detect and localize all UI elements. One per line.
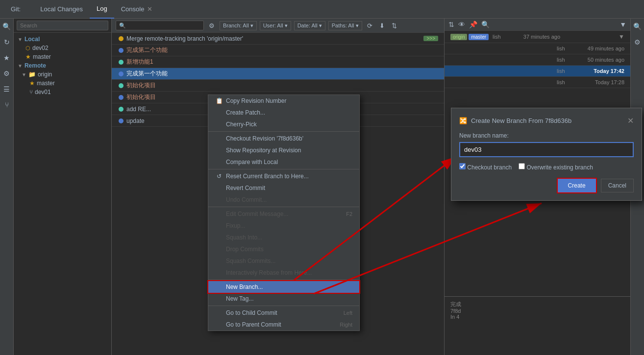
ctx-cherry-pick[interactable]: Cherry-Pick (208, 118, 359, 130)
ctx-new-tag[interactable]: New Tag... (208, 293, 359, 305)
tab-console[interactable]: Console ✕ (114, 0, 160, 19)
fork-icon: ⑂ (29, 89, 33, 95)
remote-section-label: Remote (25, 62, 46, 69)
master-local-label: master (33, 53, 51, 60)
graph-dot (116, 95, 126, 100)
checkout-checkbox[interactable] (459, 163, 466, 169)
tab-local-changes[interactable]: Local Changes (33, 0, 90, 19)
ctx-copy-revision[interactable]: 📋 Copy Revision Number (208, 95, 359, 107)
ctx-go-parent[interactable]: Go to Parent Commit Right (208, 319, 359, 331)
right-toolbar: ⇅ 👁 📌 🔍 ▼ (445, 19, 630, 31)
dev01-label: dev01 (35, 89, 51, 95)
branch-name-input[interactable] (464, 146, 629, 153)
cancel-button[interactable]: Cancel (601, 179, 634, 192)
log-msg: 完成第一个功能 (126, 70, 440, 78)
dialog-close-button[interactable]: ✕ (627, 116, 634, 125)
right-search-icon[interactable]: 🔍 (632, 21, 644, 32)
settings-icon[interactable]: ⚙ (1, 68, 13, 79)
ctx-create-patch[interactable]: Create Patch... (208, 107, 359, 118)
checkout-option[interactable]: Checkout branch (459, 163, 512, 171)
ctx-checkout-revision[interactable]: Checkout Revision '7f8d636b' (208, 133, 359, 144)
log-msg: 新增功能1 (126, 58, 440, 66)
ctx-squash-into: Squash Into... (208, 232, 359, 243)
ctx-new-branch[interactable]: New Branch... (208, 281, 359, 293)
log-tag: >>> (423, 36, 438, 41)
ctx-reset-branch[interactable]: ↺ Reset Current Branch to Here... (208, 170, 359, 182)
remote-section[interactable]: ▼ Remote (14, 61, 111, 70)
fetch-btn[interactable]: ⬇ (377, 21, 387, 30)
star-icon[interactable]: ★ (1, 52, 13, 64)
log-row[interactable]: 完成第二个功能 (112, 45, 444, 56)
dialog-icon: 🔀 (459, 117, 467, 124)
graph-dot (116, 83, 126, 88)
log-search-input[interactable] (116, 21, 204, 30)
local-section[interactable]: ▼ Local (14, 35, 111, 44)
expand-right-btn[interactable]: ▼ (619, 21, 626, 28)
local-section-label: Local (25, 36, 40, 43)
refresh-btn[interactable]: ⟳ (365, 21, 374, 30)
commit-author: lish (493, 34, 512, 40)
create-button[interactable]: Create (558, 179, 596, 192)
filter-user[interactable]: User: All ▾ (260, 21, 291, 30)
remote-expand-arrow: ▼ (18, 63, 23, 69)
merge-btn[interactable]: ⇅ (390, 21, 399, 30)
log-msg: 初始化项目 (126, 81, 440, 90)
dev02-label: dev02 (32, 45, 49, 51)
refresh-icon[interactable]: ↻ (1, 36, 13, 48)
tag-icon: ⬡ (25, 45, 30, 51)
overwrite-option[interactable]: Overwrite existing branch (519, 163, 593, 171)
log-row[interactable]: Merge remote-tracking branch 'origin/mas… (112, 33, 444, 45)
ctx-drop-commits: Drop Commits (208, 243, 359, 255)
ctx-show-repo[interactable]: Show Repository at Revision (208, 144, 359, 156)
log-row[interactable]: 新增功能1 (112, 56, 444, 68)
sidebar-item-master-remote[interactable]: ★ master (14, 79, 111, 88)
origin-tag: origin (450, 34, 467, 40)
graph-dot (116, 60, 126, 65)
sidebar-item-origin[interactable]: ▼ 📁 origin (14, 70, 111, 79)
overwrite-checkbox[interactable] (519, 163, 525, 169)
graph-dot (116, 107, 126, 112)
pin-btn[interactable]: 📌 (469, 21, 477, 28)
ctx-fixup: Fixup... (208, 220, 359, 232)
dialog-field-label: New branch name: (459, 132, 634, 139)
commit-row[interactable]: lish Today 17:28 (445, 77, 630, 88)
ctx-compare-local[interactable]: Compare with Local (208, 156, 359, 168)
dialog-header: 🔀 Create New Branch From 7f8d636b ✕ (459, 116, 634, 125)
graph-dot (116, 48, 126, 53)
list-icon[interactable]: ☰ (1, 83, 13, 95)
ctx-edit-msg: Edit Commit Message... F2 (208, 208, 359, 220)
commit-row[interactable]: origin master lish 37 minutes ago ▼ (445, 31, 630, 43)
filter-paths[interactable]: Paths: All ▾ (328, 21, 362, 30)
commit-row-active[interactable]: lish Today 17:42 (445, 66, 630, 77)
branch-icon[interactable]: ⑂ (1, 99, 13, 111)
sort-btn[interactable]: ⇅ (448, 21, 454, 28)
commit-row[interactable]: lish 50 minutes ago (445, 54, 630, 66)
commit-row[interactable]: lish 49 minutes ago (445, 43, 630, 54)
right-settings-icon[interactable]: ⚙ (632, 36, 644, 48)
sidebar-search-input[interactable] (17, 21, 108, 30)
detail-text3: In 4 (450, 314, 624, 320)
tab-close-icon[interactable]: ✕ (147, 5, 152, 13)
eye-btn[interactable]: 👁 (458, 21, 465, 28)
dialog-input-wrapper (459, 142, 634, 157)
commit-time: 49 minutes ago (580, 46, 624, 51)
filter-date[interactable]: Date: All ▾ (294, 21, 325, 30)
sidebar-item-dev02[interactable]: ⬡ dev02 (14, 44, 111, 52)
settings-btn[interactable]: ⚙ (207, 21, 217, 30)
search-icon[interactable]: 🔍 (1, 21, 13, 32)
ctx-revert-commit[interactable]: Revert Commit (208, 182, 359, 194)
right-shortcut: Right (340, 322, 352, 328)
expand-commit-btn[interactable]: ▼ (619, 33, 624, 40)
log-row[interactable]: 初始化项目 (112, 80, 444, 92)
ctx-go-child[interactable]: Go to Child Commit Left (208, 307, 359, 319)
master-star-icon: ★ (25, 53, 31, 60)
sidebar-item-dev01[interactable]: ⑂ dev01 (14, 88, 111, 96)
sidebar-toolbar (14, 19, 111, 33)
filter-branch[interactable]: Branch: All ▾ (220, 21, 257, 30)
search-right-btn[interactable]: 🔍 (481, 21, 490, 28)
commit-tags: origin master (450, 34, 489, 40)
sidebar-item-master-local[interactable]: ★ master (14, 52, 111, 61)
commit-time-bold: Today 17:42 (580, 68, 624, 74)
tab-log[interactable]: Log (90, 0, 114, 19)
log-row-selected[interactable]: 完成第一个功能 (112, 68, 444, 80)
